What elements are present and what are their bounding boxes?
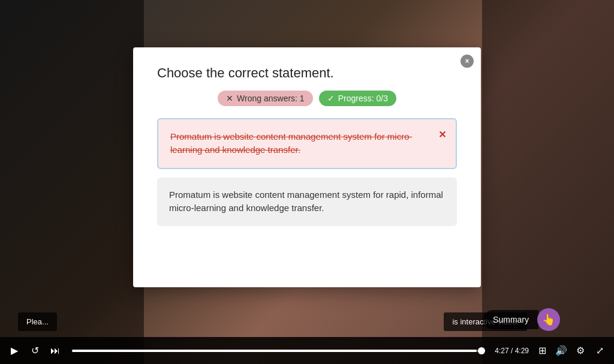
quiz-modal: × Choose the correct statement. ✕ Wrong … xyxy=(133,47,481,287)
answer-wrong-x-icon: ✕ xyxy=(438,128,446,142)
volume-button[interactable]: 🔊 xyxy=(554,344,568,358)
answer-correct-option[interactable]: Promatum is website content management s… xyxy=(157,178,457,226)
answer-correct-text: Promatum is website content management s… xyxy=(169,189,443,213)
replay-button[interactable]: ↺ xyxy=(28,344,42,358)
badges-row: ✕ Wrong answers: 1 ✓ Progress: 0/3 xyxy=(157,91,457,106)
answer-wrong-option[interactable]: Promatum is website content management s… xyxy=(157,118,457,169)
close-button[interactable]: × xyxy=(460,55,474,68)
progress-bar[interactable] xyxy=(72,350,485,352)
wrong-icon: ✕ xyxy=(226,94,233,103)
summary-button[interactable]: Summary 👆 xyxy=(483,308,560,331)
progress-badge: ✓ Progress: 0/3 xyxy=(319,91,396,106)
fullscreen-button[interactable]: ⤢ xyxy=(592,344,607,358)
right-controls: ⊞ 🔊 ⚙ ⤢ xyxy=(535,344,607,358)
summary-icon: 👆 xyxy=(537,308,560,331)
check-icon: ✓ xyxy=(327,94,335,103)
settings-button[interactable]: ⚙ xyxy=(573,344,588,358)
wrong-answers-badge: ✕ Wrong answers: 1 xyxy=(218,91,313,106)
volume-icon: 🔊 xyxy=(555,345,567,356)
grid-icon: ⊞ xyxy=(538,345,546,356)
play-icon: ▶ xyxy=(11,345,18,356)
summary-label: Summary xyxy=(483,310,538,329)
progress-bar-fill xyxy=(72,350,477,352)
progress-indicator xyxy=(478,347,485,354)
grid-button[interactable]: ⊞ xyxy=(535,344,549,358)
modal-title: Choose the correct statement. xyxy=(157,65,457,81)
gear-icon: ⚙ xyxy=(576,345,585,356)
video-text-left-content: Plea xyxy=(26,317,42,326)
skip-button[interactable]: ⏭ xyxy=(48,344,62,358)
wrong-answers-text: Wrong answers: 1 xyxy=(237,94,305,103)
skip-icon: ⏭ xyxy=(50,345,60,356)
fullscreen-icon: ⤢ xyxy=(596,345,604,356)
video-controls-bar: ▶ ↺ ⏭ 4:27 / 4:29 ⊞ 🔊 ⚙ ⤢ xyxy=(0,337,614,364)
answer-wrong-text: Promatum is website content management s… xyxy=(170,131,412,155)
play-button[interactable]: ▶ xyxy=(7,344,22,358)
close-icon: × xyxy=(465,57,469,65)
hand-icon: 👆 xyxy=(542,313,555,326)
progress-text: Progress: 0/3 xyxy=(338,94,388,103)
time-display: 4:27 / 4:29 xyxy=(495,347,529,355)
replay-icon: ↺ xyxy=(31,345,39,356)
video-text-left: Plea... xyxy=(18,312,57,331)
